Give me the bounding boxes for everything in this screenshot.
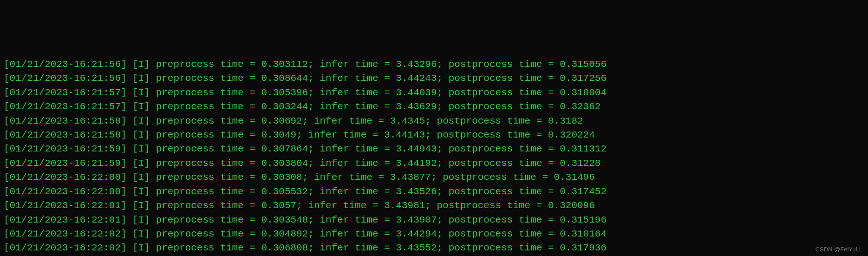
log-line: [01/21/2023-16:21:56] [I] preprocess tim…	[4, 72, 864, 85]
log-line: [01/21/2023-16:21:58] [I] preprocess tim…	[4, 128, 864, 142]
watermark-text: CSDN @FeiYuLL	[816, 245, 862, 254]
log-line: [01/21/2023-16:21:57] [I] preprocess tim…	[4, 100, 864, 114]
log-line: [01/21/2023-16:21:59] [I] preprocess tim…	[4, 157, 864, 171]
log-line: [01/21/2023-16:22:00] [I] preprocess tim…	[4, 171, 864, 184]
log-line: [01/21/2023-16:22:01] [I] preprocess tim…	[4, 199, 864, 213]
log-line: [01/21/2023-16:21:58] [I] preprocess tim…	[4, 114, 864, 128]
log-line: [01/21/2023-16:21:59] [I] preprocess tim…	[4, 142, 864, 156]
log-line: [01/21/2023-16:21:57] [I] preprocess tim…	[4, 86, 864, 100]
log-line: [01/21/2023-16:22:00] [I] preprocess tim…	[4, 185, 864, 199]
log-line: [01/21/2023-16:21:56] [I] preprocess tim…	[4, 58, 864, 72]
log-line: [01/21/2023-16:22:02] [I] preprocess tim…	[4, 241, 864, 255]
log-line: [01/21/2023-16:22:02] [I] preprocess tim…	[4, 227, 864, 241]
terminal-output: [01/21/2023-16:21:56] [I] preprocess tim…	[4, 58, 864, 256]
log-line: [01/21/2023-16:22:01] [I] preprocess tim…	[4, 213, 864, 227]
